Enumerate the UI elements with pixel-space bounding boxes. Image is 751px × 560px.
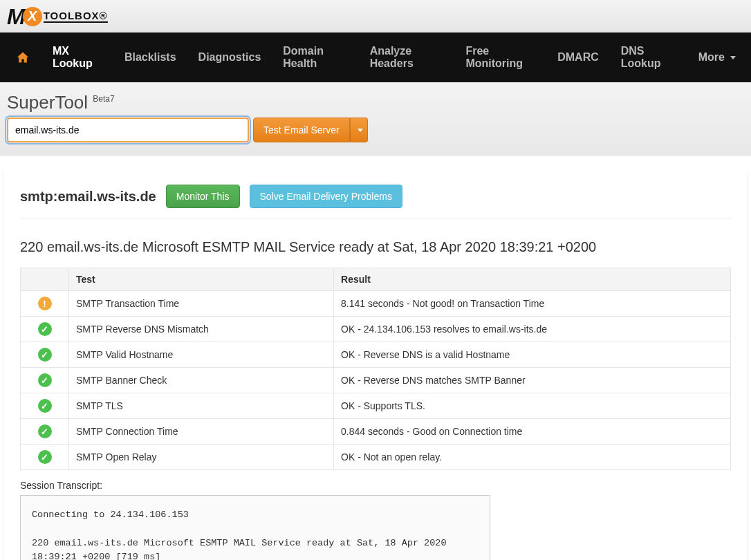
monitor-this-button[interactable]: Monitor This — [166, 185, 240, 208]
check-icon: ✓ — [38, 322, 52, 336]
chevron-down-icon — [730, 56, 736, 59]
supertool-panel: SuperTool Beta7 Test Email Server — [0, 82, 751, 156]
status-cell: ✓ — [21, 317, 69, 342]
result-cell: 8.141 seconds - Not good! on Transaction… — [334, 291, 731, 317]
check-icon: ✓ — [38, 450, 52, 464]
nav-blacklists[interactable]: Blacklists — [113, 39, 187, 76]
nav-dns-lookup[interactable]: DNS Lookup — [610, 32, 687, 82]
beta-badge: Beta7 — [93, 94, 114, 104]
th-result: Result — [334, 268, 731, 291]
test-email-server-button[interactable]: Test Email Server — [253, 118, 350, 142]
result-cell: 0.844 seconds - Good on Connection time — [334, 419, 731, 445]
th-status — [21, 268, 69, 291]
check-icon: ✓ — [38, 373, 52, 387]
status-cell: ! — [21, 291, 69, 317]
test-email-server-group: Test Email Server — [253, 118, 368, 142]
test-cell: SMTP Transaction Time — [69, 291, 334, 317]
check-icon: ✓ — [38, 399, 52, 413]
logo-x-icon: X — [23, 7, 42, 26]
results-panel: smtp:email.ws-its.de Monitor This Solve … — [3, 171, 748, 560]
brand-bar: M X TOOLBOX® — [0, 0, 751, 32]
check-icon: ✓ — [38, 424, 52, 438]
table-row: !SMTP Transaction Time8.141 seconds - No… — [21, 291, 731, 317]
table-row: ✓SMTP Reverse DNS MismatchOK - 24.134.10… — [21, 317, 731, 342]
test-cell: SMTP Reverse DNS Mismatch — [69, 317, 334, 342]
check-icon: ✓ — [38, 348, 52, 362]
nav-free-monitoring[interactable]: Free Monitoring — [454, 32, 546, 82]
test-email-server-dropdown[interactable] — [350, 118, 368, 142]
table-row: ✓SMTP Open RelayOK - Not an open relay. — [21, 445, 731, 470]
nav-more[interactable]: More — [687, 39, 747, 76]
status-cell: ✓ — [21, 393, 69, 419]
nav-mx-lookup[interactable]: MX Lookup — [41, 32, 113, 82]
result-cell: OK - 24.134.106.153 resolves to email.ws… — [334, 317, 731, 342]
nav-analyze-headers[interactable]: Analyze Headers — [359, 32, 455, 82]
supertool-title: SuperTool Beta7 — [7, 89, 744, 118]
nav-diagnostics[interactable]: Diagnostics — [187, 39, 272, 76]
smtp-banner: 220 email.ws-its.de Microsoft ESMTP MAIL… — [20, 239, 731, 255]
result-cell: OK - Reverse DNS is a valid Hostname — [334, 342, 731, 368]
session-transcript-label: Session Transcript: — [20, 480, 731, 491]
status-cell: ✓ — [21, 445, 69, 470]
result-cell: OK - Not an open relay. — [334, 445, 731, 470]
table-row: ✓SMTP Connection Time0.844 seconds - Goo… — [21, 419, 731, 445]
th-test: Test — [69, 268, 334, 291]
test-cell: SMTP Connection Time — [69, 419, 334, 445]
warning-icon: ! — [38, 297, 52, 310]
nav-home[interactable] — [4, 38, 41, 77]
test-cell: SMTP TLS — [69, 393, 334, 419]
status-cell: ✓ — [21, 342, 69, 368]
status-cell: ✓ — [21, 419, 69, 445]
table-row: ✓SMTP Banner CheckOK - Reverse DNS match… — [21, 368, 731, 393]
table-row: ✓SMTP TLSOK - Supports TLS. — [21, 393, 731, 419]
home-icon — [15, 50, 30, 64]
main-nav: MX Lookup Blacklists Diagnostics Domain … — [0, 32, 751, 82]
status-cell: ✓ — [21, 368, 69, 393]
table-row: ✓SMTP Valid HostnameOK - Reverse DNS is … — [21, 342, 731, 368]
result-heading: smtp:email.ws-its.de — [20, 189, 156, 205]
chevron-down-icon — [358, 129, 363, 132]
result-cell: OK - Reverse DNS matches SMTP Banner — [334, 368, 731, 393]
result-cell: OK - Supports TLS. — [334, 393, 731, 419]
nav-domain-health[interactable]: Domain Health — [272, 32, 358, 82]
session-transcript: Connecting to 24.134.106.153 220 email.w… — [20, 495, 490, 560]
logo-toolbox-text: TOOLBOX® — [44, 10, 108, 23]
solve-problems-button[interactable]: Solve Email Delivery Problems — [250, 185, 402, 208]
logo-m-icon: M — [7, 6, 24, 28]
test-cell: SMTP Banner Check — [69, 368, 334, 393]
test-cell: SMTP Open Relay — [69, 445, 334, 470]
domain-input[interactable] — [7, 118, 249, 142]
test-cell: SMTP Valid Hostname — [69, 342, 334, 368]
nav-dmarc[interactable]: DMARC — [546, 39, 610, 76]
logo[interactable]: M X TOOLBOX® — [7, 6, 108, 28]
results-table: Test Result !SMTP Transaction Time8.141 … — [20, 268, 731, 470]
